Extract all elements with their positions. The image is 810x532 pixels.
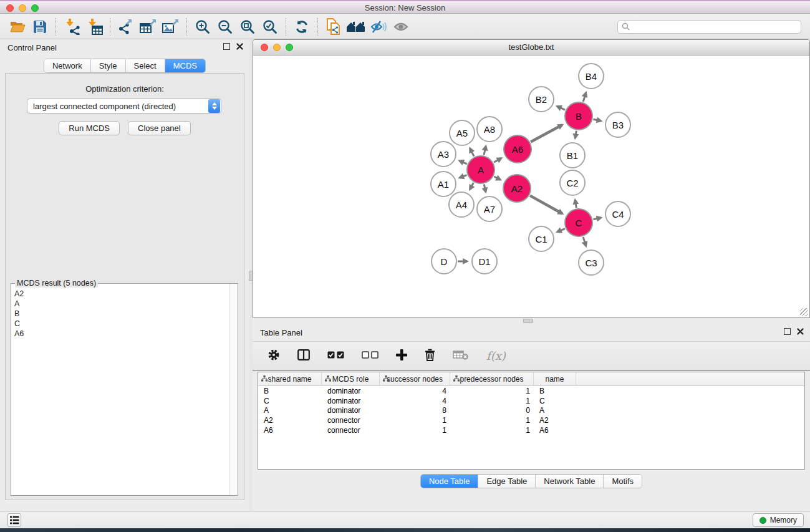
table-cell[interactable]: C — [258, 397, 322, 405]
result-scrollbar[interactable] — [229, 284, 238, 495]
save-session-button[interactable] — [29, 16, 51, 37]
graph-node-A7[interactable]: A7 — [476, 196, 503, 222]
table-cell[interactable]: 0 — [450, 406, 534, 415]
column-header-successor-nodes[interactable]: successor nodes — [380, 372, 450, 385]
table-cell[interactable]: A6 — [534, 426, 576, 435]
table-cell[interactable]: 1 — [380, 426, 450, 435]
float-panel-icon[interactable] — [784, 328, 791, 335]
zoom-selected-button[interactable] — [259, 16, 281, 37]
tab-motifs[interactable]: Motifs — [604, 475, 642, 488]
graph-node-B2[interactable]: B2 — [528, 86, 554, 112]
result-item[interactable]: A — [12, 299, 229, 309]
result-item[interactable]: A2 — [12, 289, 229, 299]
graph-edge-A2-C[interactable] — [530, 196, 562, 214]
tab-node-table[interactable]: Node Table — [421, 475, 479, 488]
mcds-result-list[interactable]: A2ABCA6 — [12, 287, 229, 495]
table-cell[interactable]: dominator — [322, 397, 380, 405]
graph-edge-B-B2[interactable] — [557, 106, 566, 110]
table-cell[interactable]: A2 — [258, 416, 322, 425]
table-settings-button[interactable] — [268, 349, 280, 363]
graph-node-B3[interactable]: B3 — [605, 112, 631, 138]
graph-node-C[interactable]: C — [564, 208, 593, 237]
window-resize-handle[interactable] — [800, 308, 808, 316]
divider-grip[interactable] — [523, 319, 533, 323]
table-cell[interactable]: B — [534, 387, 576, 395]
graph-node-D1[interactable]: D1 — [471, 248, 498, 274]
import-network-button[interactable] — [60, 16, 83, 37]
tab-select[interactable]: Select — [126, 59, 165, 72]
export-network-button[interactable] — [115, 16, 137, 37]
export-image-button[interactable] — [160, 16, 182, 37]
delete-table-button[interactable] — [453, 350, 469, 362]
function-builder-button[interactable]: f(x) — [486, 349, 506, 362]
unselect-all-columns-button[interactable] — [362, 351, 378, 360]
table-cell[interactable]: 1 — [450, 387, 534, 395]
close-panel-button[interactable]: Close panel — [128, 121, 191, 135]
import-table-button[interactable] — [83, 16, 105, 37]
table-cell[interactable]: dominator — [322, 387, 380, 395]
graph-node-A[interactable]: A — [466, 155, 495, 184]
refresh-button[interactable] — [291, 16, 313, 37]
tab-network[interactable]: Network — [44, 59, 91, 72]
graph-edge-C-C4[interactable] — [593, 218, 600, 220]
table-cell[interactable]: connector — [322, 426, 380, 435]
table-cell[interactable]: 8 — [380, 406, 450, 415]
show-graphics-button[interactable] — [390, 16, 412, 37]
graph-edge-A-A5[interactable] — [470, 148, 474, 157]
tab-network-table[interactable]: Network Table — [536, 475, 604, 488]
add-column-button[interactable] — [396, 349, 407, 362]
memory-button[interactable]: Memory — [753, 513, 804, 527]
table-cell[interactable]: 1 — [450, 426, 534, 435]
graph-node-C2[interactable]: C2 — [559, 170, 586, 196]
graph-node-D[interactable]: D — [431, 248, 457, 274]
graph-edge-B-B1[interactable] — [575, 131, 576, 138]
table-cell[interactable]: 4 — [380, 387, 450, 395]
graph-node-C4[interactable]: C4 — [605, 201, 631, 227]
column-header-name[interactable]: name — [534, 372, 576, 385]
table-cell[interactable]: B — [258, 387, 322, 395]
graph-node-A3[interactable]: A3 — [430, 141, 456, 167]
result-item[interactable]: B — [12, 309, 229, 319]
table-cell[interactable]: connector — [322, 416, 380, 425]
graph-node-A6[interactable]: A6 — [503, 135, 532, 163]
graph-node-A1[interactable]: A1 — [430, 171, 456, 197]
table-cell[interactable]: 1 — [450, 416, 534, 425]
run-mcds-button[interactable]: Run MCDS — [59, 121, 120, 135]
result-item[interactable]: A6 — [12, 329, 229, 339]
table-cell[interactable]: A — [534, 406, 576, 415]
select-all-columns-button[interactable] — [327, 351, 344, 360]
graph-node-C1[interactable]: C1 — [528, 226, 554, 252]
tab-style[interactable]: Style — [91, 59, 126, 72]
graph-edge-A-A6[interactable] — [494, 158, 501, 163]
zoom-in-button[interactable] — [191, 16, 214, 37]
tab-edge-table[interactable]: Edge Table — [478, 475, 536, 488]
table-cell[interactable]: 4 — [380, 397, 450, 405]
graph-edge-A-A4[interactable] — [470, 183, 474, 190]
graph-node-C3[interactable]: C3 — [578, 249, 604, 276]
graph-edge-A-A1[interactable] — [460, 175, 466, 178]
graph-edge-C-C2[interactable] — [575, 200, 576, 208]
graph-edge-A-A2[interactable] — [494, 177, 500, 180]
search-field[interactable] — [617, 20, 801, 34]
zoom-out-button[interactable] — [214, 16, 236, 37]
export-table-button[interactable] — [137, 16, 160, 37]
table-row[interactable]: A6connector11A6 — [258, 425, 804, 435]
graph-node-A4[interactable]: A4 — [448, 191, 475, 218]
hide-graphics-button[interactable] — [367, 16, 390, 37]
column-header-MCDS-role[interactable]: MCDS role — [322, 372, 380, 385]
graph-node-A2[interactable]: A2 — [503, 174, 531, 203]
horizontal-split-divider[interactable] — [253, 318, 810, 324]
search-input[interactable] — [633, 22, 797, 31]
float-panel-icon[interactable] — [223, 43, 230, 50]
network-window-titlebar[interactable]: testGlobe.txt — [253, 40, 809, 56]
graph-edge-B-B4[interactable] — [583, 93, 586, 102]
table-cell[interactable]: A — [258, 406, 322, 415]
graph-node-B1[interactable]: B1 — [559, 142, 586, 168]
clone-network-button[interactable] — [322, 16, 345, 37]
table-row[interactable]: Adominator80A — [258, 406, 804, 416]
graph-edge-B-B3[interactable] — [593, 119, 600, 121]
delete-column-button[interactable] — [425, 349, 435, 363]
table-cell[interactable]: A2 — [534, 416, 576, 425]
table-row[interactable]: Bdominator41B — [258, 386, 804, 396]
graph-edge-A-A3[interactable] — [460, 161, 467, 164]
